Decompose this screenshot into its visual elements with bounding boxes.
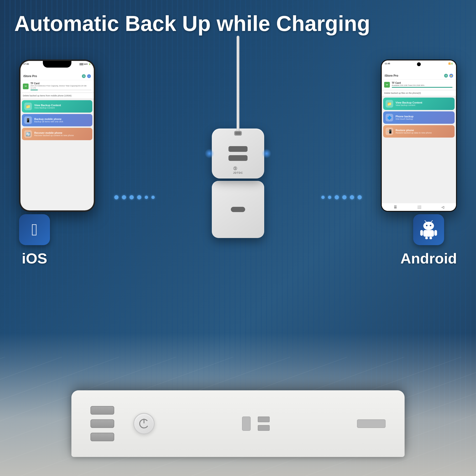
power-strip-body	[71, 390, 405, 457]
android-menu-backup-icon: 🔷	[386, 114, 393, 121]
ios-progress-fill	[31, 89, 38, 90]
usb-port-2	[90, 419, 114, 428]
signal-icon: ▐▐▐	[79, 63, 83, 65]
ios-menu-item-3-subtitle: Recover backed up content to new phone	[34, 134, 90, 136]
ios-menu-item-2-text: Backup mobile phone Backup all items wit…	[34, 118, 90, 123]
ios-menu-item-2-title: Backup mobile phone	[34, 118, 90, 120]
android-menu-item-restore[interactable]: 📲 Restore phone Restore backed up data t…	[383, 125, 455, 137]
android-app-screen: 11:45 📶🔋 iStore Pro ⚙ 📂	[382, 60, 456, 211]
ios-tf-subtitle: 20X 2S GSDevice Free Capacity, Device To…	[31, 85, 91, 89]
svg-rect-10	[237, 36, 239, 136]
android-menu-item-2-text: Phone backup One touch backup	[395, 115, 452, 120]
dot-r1	[321, 196, 325, 199]
svg-line-3	[425, 221, 426, 222]
ios-menu-item-2-subtitle: Backup all items with one click	[34, 120, 90, 123]
ios-menu-item-1-text: View Backup Content View Backup Content	[34, 104, 90, 109]
usb-port-1	[90, 406, 114, 415]
android-menu-item-3-subtitle: Restore backed up data to new phone	[395, 132, 452, 134]
ios-phone-container: 17:39 ▐▐▐ WiFi 🔋 iStore Pro ⚙ +	[19, 60, 95, 212]
svg-rect-5	[424, 230, 434, 237]
android-header-icon-2: 📂	[449, 74, 453, 78]
ios-menu-item-recover[interactable]: 🔄 Recover mobile phone Recover backed up…	[22, 128, 92, 140]
ios-menu-item-backup-content[interactable]: 📁 View Backup Content View Backup Conten…	[22, 100, 92, 113]
ios-menu-item-3-text: Recover mobile phone Recover backed up c…	[34, 131, 90, 136]
android-delete-row: Delete backed up files on the phone(0)	[382, 90, 456, 96]
android-menu-folder-icon: 📁	[386, 100, 393, 108]
dots-left	[114, 195, 155, 200]
outlet-group-1	[242, 416, 251, 431]
android-header-icons: ⚙ 📂	[444, 74, 453, 78]
charger-hole-1	[258, 416, 270, 422]
ios-menu-item-backup-phone[interactable]: 📱 Backup mobile phone Backup all items w…	[22, 114, 92, 126]
svg-rect-8	[425, 237, 428, 239]
ios-progress-container	[31, 89, 91, 90]
android-brand: Android	[400, 214, 457, 267]
charger-stack: ⑤ JDTDC	[212, 129, 264, 238]
android-camera-hole	[417, 62, 421, 66]
dot-6	[151, 196, 155, 199]
power-button[interactable]	[133, 413, 155, 434]
ios-header-icon-1: ⚙	[82, 74, 86, 78]
android-tf-info: TF Card Available:230.1GB Total:233.2GB …	[392, 82, 454, 88]
ios-menu-item-3-title: Recover mobile phone	[34, 131, 90, 134]
android-home-icon: ☰	[394, 205, 397, 209]
android-label: Android	[400, 250, 457, 267]
android-menu-item-1-title: View Backup Content	[395, 101, 452, 104]
svg-point-1	[426, 225, 427, 226]
android-progress-fill	[392, 87, 452, 88]
charger-usbc-port	[231, 207, 245, 212]
ios-time: 17:39	[23, 63, 29, 65]
charger-logo: ⑤ JDTDC	[233, 166, 243, 174]
charger-holes	[258, 416, 270, 431]
page-title: Automatic Back Up while Charging	[14, 7, 462, 35]
usb-port-3	[90, 433, 114, 441]
android-menu-item-backup-content[interactable]: 📁 View Backup Content View backup conten…	[383, 98, 455, 110]
svg-point-2	[430, 225, 431, 226]
android-nav-bar: ☰ ⬜ ◁	[382, 203, 456, 211]
svg-line-4	[431, 221, 432, 222]
ios-tf-icon: TF	[23, 84, 29, 89]
ios-notch	[43, 61, 71, 68]
ios-app-name: iStore Pro	[23, 74, 37, 78]
dot-r3	[335, 195, 339, 200]
ios-header-icons: ⚙ +	[82, 74, 91, 78]
android-menu-item-2-title: Phone backup	[395, 115, 452, 118]
android-robot-icon	[419, 220, 438, 239]
ios-menu-phone-icon: 📱	[24, 116, 32, 124]
android-tf-card-row: TF TF Card Available:230.1GB Total:233.2…	[382, 80, 456, 90]
right-slots	[357, 419, 386, 428]
ios-tf-info: TF Card 20X 2S GSDevice Free Capacity, D…	[31, 82, 91, 90]
android-tf-icon: TF	[384, 82, 390, 87]
ios-brand:  iOS	[19, 214, 50, 267]
dot-r4	[342, 195, 346, 200]
ios-label: iOS	[22, 250, 47, 267]
android-app-name: iStore Pro	[385, 74, 398, 77]
ios-app-screen: 17:39 ▐▐▐ WiFi 🔋 iStore Pro ⚙ +	[20, 61, 94, 210]
battery-icon: 🔋	[88, 63, 91, 65]
android-menu-item-3-title: Restore phone	[395, 129, 452, 132]
dot-1	[114, 195, 119, 200]
ios-delete-row: Delete backed up items from mobile phone…	[20, 93, 94, 99]
charger-bottom-unit	[212, 181, 264, 238]
ios-menu-item-1-subtitle: View Backup Content	[34, 107, 90, 109]
svg-rect-7	[434, 230, 437, 236]
ios-tf-card-row: TF TF Card 20X 2S GSDevice Free Capacity…	[20, 80, 94, 93]
android-signal: 📶🔋	[448, 63, 453, 65]
dot-r5	[350, 195, 354, 200]
android-menu-item-phone-backup[interactable]: 🔷 Phone backup One touch backup	[383, 111, 455, 124]
android-menu-item-3-text: Restore phone Restore backed up data to …	[395, 129, 452, 134]
ios-menu-recover-icon: 🔄	[24, 130, 32, 138]
apple-icon-box: 	[19, 214, 50, 245]
android-time: 11:45	[385, 62, 390, 65]
android-icon-box	[413, 214, 444, 245]
charger-glow-left	[205, 149, 214, 158]
android-back-icon: ⬜	[417, 205, 421, 209]
power-strip-area	[71, 390, 405, 457]
android-tf-subtitle: Available:230.1GB Total:233.2GB 98%	[392, 84, 454, 86]
dot-3	[130, 195, 134, 200]
outlet-slot-1	[242, 416, 251, 431]
dot-r2	[328, 196, 331, 199]
wifi-icon: WiFi	[84, 63, 88, 65]
dots-right	[321, 195, 362, 200]
dot-4	[137, 195, 141, 200]
